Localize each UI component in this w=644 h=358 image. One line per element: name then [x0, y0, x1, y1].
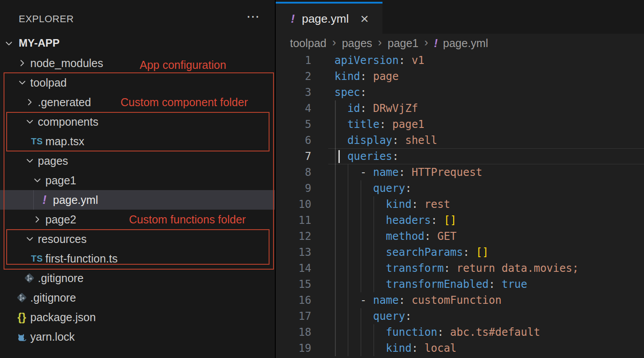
code-line[interactable]: 16 - name: customFunction [276, 292, 644, 308]
breadcrumb-item[interactable]: pages [342, 37, 372, 50]
tree-item-node-modules[interactable]: node_modules [0, 53, 275, 73]
tree-item-yarn-lock[interactable]: yarn.lock [0, 327, 275, 346]
line-number: 13 [276, 244, 311, 260]
tree-item-resources[interactable]: resources [0, 229, 275, 249]
tree-item--generated[interactable]: .generated [0, 92, 275, 112]
code-line[interactable]: 14 transform: return data.movies; [276, 260, 644, 276]
code-line[interactable]: 6 display: shell [276, 132, 644, 148]
code-token: : [405, 182, 411, 195]
chevron-down-icon [25, 235, 34, 245]
tree-item-label: .gitignore [38, 268, 84, 288]
code-text: kind: local [334, 340, 457, 356]
close-icon[interactable]: × [360, 12, 369, 25]
code-token: : [399, 166, 405, 179]
code-token [334, 198, 386, 211]
code-token [334, 150, 347, 163]
breadcrumb-item[interactable]: page1 [388, 37, 419, 50]
code-text: method: GET [334, 228, 457, 244]
ts-icon: TS [29, 131, 44, 151]
code-text: spec: [334, 84, 366, 100]
chevron-right-icon [18, 59, 27, 69]
code-token [334, 278, 386, 290]
code-line[interactable]: 12 method: GET [276, 228, 644, 244]
code-token: method [386, 230, 425, 243]
code-token: : [399, 54, 405, 67]
tree-item-map-tsx[interactable]: TSmap.tsx [0, 131, 275, 151]
tab-page-yml[interactable]: ! page.yml × [276, 2, 382, 34]
yaml-file-icon: ! [291, 12, 295, 26]
json-icon: {} [14, 307, 29, 327]
code-line[interactable]: 5 title: page1 [276, 116, 644, 132]
line-number: 7 [276, 148, 311, 164]
code-token: : [489, 278, 495, 290]
code-line[interactable]: 9 query: [276, 180, 644, 196]
code-line[interactable]: 2kind: page [276, 68, 644, 84]
tab-bar: ! page.yml × [276, 0, 644, 34]
tree-item-first-function-ts[interactable]: TSfirst-function.ts [0, 249, 275, 268]
breadcrumb-item[interactable]: toolpad [290, 37, 326, 50]
code-line[interactable]: 7 queries: [276, 148, 644, 164]
code-token: page [366, 70, 398, 83]
code-line[interactable]: 1apiVersion: v1 [276, 52, 644, 68]
tree-item-label: .gitignore [30, 288, 76, 307]
code-line[interactable]: 4 id: DRwVjZf [276, 100, 644, 116]
chevron-right-icon: › [424, 36, 428, 49]
code-text: - name: HTTPrequest [334, 164, 482, 180]
code-line[interactable]: 19 kind: local [276, 340, 644, 356]
code-text: query: [334, 308, 411, 324]
code-line[interactable]: 11 headers: [] [276, 212, 644, 228]
code-token: : [444, 262, 450, 274]
code-area[interactable]: 1apiVersion: v12kind: page3spec:4 id: DR… [276, 52, 644, 358]
tree-item-components[interactable]: components [0, 112, 275, 131]
line-number: 12 [276, 228, 311, 244]
code-token: GET [431, 230, 457, 243]
code-line[interactable]: 17 query: [276, 308, 644, 324]
code-line[interactable]: 15 transformEnabled: true [276, 276, 644, 292]
code-token: true [495, 278, 527, 290]
code-text: apiVersion: v1 [334, 52, 424, 68]
tree-item-label: resources [38, 229, 87, 249]
code-token: - [360, 294, 373, 306]
git-icon [14, 288, 29, 307]
code-token: [] [469, 246, 488, 259]
chevron-down-icon [25, 117, 34, 128]
line-number: 14 [276, 260, 311, 276]
code-token: [] [437, 214, 456, 227]
code-token: id [347, 102, 360, 115]
tree-item-package-json[interactable]: {}package.json [0, 307, 275, 327]
code-token: : [411, 198, 418, 211]
code-token: page1 [386, 118, 425, 131]
code-token: : [360, 86, 366, 99]
git-icon [22, 268, 37, 288]
tree-item-page2[interactable]: page2 [0, 210, 275, 229]
code-line[interactable]: 8 - name: HTTPrequest [276, 164, 644, 180]
code-text: searchParams: [] [334, 244, 489, 260]
code-token [334, 214, 386, 227]
more-actions-icon[interactable]: ⋯ [246, 10, 260, 23]
code-token [334, 230, 386, 243]
section-my-app[interactable]: MY-APP [0, 34, 275, 53]
code-line[interactable]: 13 searchParams: [] [276, 244, 644, 260]
code-line[interactable]: 18 function: abc.ts#default [276, 324, 644, 340]
breadcrumb-item[interactable]: page.yml [443, 37, 488, 50]
tree-item-toolpad[interactable]: toolpad [0, 73, 275, 92]
tree-item--gitignore[interactable]: .gitignore [0, 288, 275, 307]
code-line[interactable]: 10 kind: rest [276, 196, 644, 212]
code-token [334, 262, 386, 274]
code-line[interactable]: 3spec: [276, 84, 644, 100]
tree-item-page1[interactable]: page1 [0, 171, 275, 190]
code-token: : [431, 214, 437, 227]
code-token: shell [399, 134, 438, 147]
code-token: abc.ts#default [444, 326, 540, 338]
line-number: 10 [276, 196, 311, 212]
tree-item-page-yml[interactable]: !page.yml [0, 190, 275, 210]
code-text: display: shell [334, 132, 437, 148]
line-number: 3 [276, 84, 311, 100]
code-token: rest [418, 198, 450, 211]
code-token: headers [386, 214, 431, 227]
tree-item-pages[interactable]: pages [0, 151, 275, 171]
line-number: 2 [276, 68, 311, 84]
code-token [334, 326, 386, 338]
tree-item--gitignore[interactable]: .gitignore [0, 268, 275, 288]
code-token: return data.movies; [450, 262, 579, 274]
